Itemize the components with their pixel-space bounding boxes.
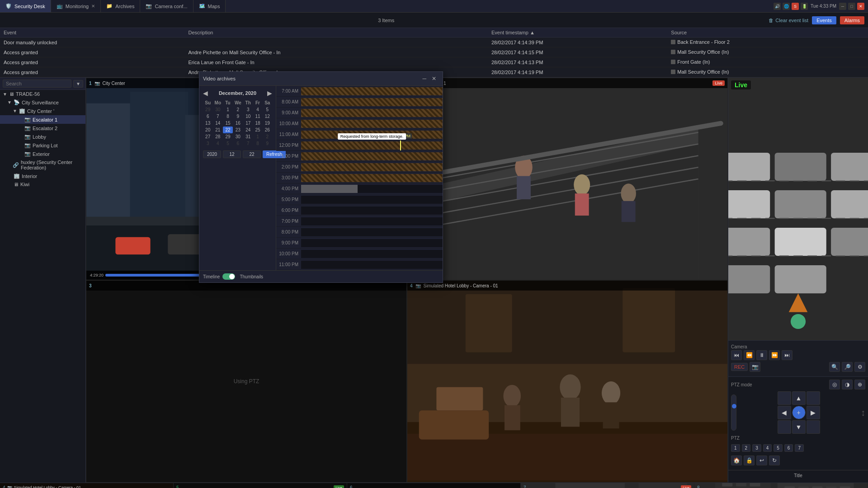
- cal-day-25[interactable]: 25: [253, 127, 262, 133]
- preset-5[interactable]: 5: [774, 444, 783, 452]
- cal-day-5[interactable]: 5: [223, 140, 232, 147]
- footage-bar-15[interactable]: [301, 250, 443, 258]
- cal-day-22[interactable]: 22: [223, 127, 232, 133]
- snapshot-button[interactable]: 📷: [750, 362, 760, 372]
- time-row-9[interactable]: 4:00 PM: [276, 183, 443, 194]
- video-cell-3[interactable]: 3 Using PTZ: [86, 280, 407, 483]
- cal-day-6[interactable]: 6: [203, 113, 212, 120]
- cal-day-6[interactable]: 6: [233, 140, 243, 147]
- ptz-focus-button[interactable]: ◎: [829, 380, 840, 389]
- time-row-13[interactable]: 8:00 PM: [276, 227, 443, 238]
- skip-back-button[interactable]: ⏮: [731, 350, 742, 360]
- cal-day-2[interactable]: 2: [233, 106, 243, 113]
- minimize-icon[interactable]: ─: [839, 3, 846, 10]
- footage-bar-13[interactable]: [301, 228, 443, 236]
- cal-day-29[interactable]: 29: [223, 133, 232, 140]
- cal-day-17[interactable]: 17: [243, 120, 253, 127]
- time-row-0[interactable]: 7:00 AM: [276, 86, 443, 97]
- footage-bar-6[interactable]: [301, 152, 443, 160]
- sidebar-item-escalator1[interactable]: 📷 Escalator 1: [0, 115, 85, 124]
- cal-day-19[interactable]: 19: [263, 120, 272, 127]
- ptz-iris-button[interactable]: ◑: [842, 380, 853, 389]
- tab-archives[interactable]: 📁 Archives: [101, 0, 140, 12]
- cal-day-20[interactable]: 20: [203, 127, 212, 133]
- sidebar-item-escalator2[interactable]: 📷 Escalator 2: [0, 124, 85, 132]
- footage-bar-1[interactable]: [301, 98, 443, 106]
- cal-day-7[interactable]: 7: [243, 140, 253, 147]
- time-row-14[interactable]: 9:00 PM: [276, 238, 443, 249]
- settings-button[interactable]: ⚙: [854, 362, 865, 372]
- footage-bar-14[interactable]: [301, 239, 443, 247]
- preset-6[interactable]: 6: [784, 444, 793, 452]
- ptz-bottomleft[interactable]: [778, 420, 791, 434]
- tab-camera-config[interactable]: 📷 Camera conf...: [140, 0, 193, 12]
- cal-day-8[interactable]: 8: [253, 140, 262, 147]
- sidebar-item-huxley[interactable]: 🔗 huxley (Security Center Federation): [0, 158, 85, 172]
- ptz-right[interactable]: ▶: [807, 406, 820, 419]
- ptz-home-button[interactable]: 🏠: [731, 455, 742, 465]
- sidebar-item-city-center[interactable]: ▼ 🏢 City Center ': [0, 107, 85, 115]
- ptz-left[interactable]: ◀: [778, 406, 791, 419]
- cal-day-31[interactable]: 31: [243, 133, 253, 140]
- pause-button[interactable]: ⏸: [756, 350, 767, 360]
- time-row-15[interactable]: 10:00 PM: [276, 249, 443, 259]
- cal-day-14[interactable]: 14: [212, 120, 223, 127]
- events-button[interactable]: Events: [812, 16, 836, 24]
- cal-day-23[interactable]: 23: [233, 127, 243, 133]
- cal-day-16[interactable]: 16: [233, 120, 243, 127]
- footage-bar-9[interactable]: [301, 185, 443, 193]
- cal-day-15[interactable]: 15: [223, 120, 232, 127]
- time-row-1[interactable]: 8:00 AM: [276, 97, 443, 108]
- clear-event-list-button[interactable]: 🗑 Clear event list: [769, 18, 808, 23]
- footage-bar-8[interactable]: [301, 174, 443, 182]
- close-icon[interactable]: ✕: [91, 4, 95, 9]
- filter-button[interactable]: ▼: [73, 80, 83, 88]
- zoom-in-button[interactable]: 🔍: [829, 362, 840, 372]
- event-row[interactable]: Access granted Erica Larue on Front Gate…: [0, 57, 868, 67]
- footage-bar-11[interactable]: [301, 206, 443, 215]
- time-row-8[interactable]: 3:00 PM: [276, 173, 443, 183]
- tab-monitoring[interactable]: 📺 Monitoring ✕: [51, 0, 101, 12]
- cal-day-9[interactable]: 9: [263, 140, 272, 147]
- time-row-11[interactable]: 6:00 PM: [276, 205, 443, 216]
- time-row-5[interactable]: 12:00 PMRequested from long-term storage…: [276, 140, 443, 151]
- cal-next[interactable]: ▶: [267, 89, 272, 97]
- cal-day-4[interactable]: 4: [212, 140, 223, 147]
- cal-day-29[interactable]: 29: [203, 106, 212, 113]
- time-row-16[interactable]: 11:00 PM: [276, 259, 443, 270]
- cal-day-30[interactable]: 30: [233, 133, 243, 140]
- cal-day-11[interactable]: 11: [253, 113, 262, 120]
- ptz-path-button[interactable]: ↩: [756, 455, 767, 465]
- film-cell-5[interactable]: 8: [694, 483, 868, 488]
- cal-day-10[interactable]: 10: [243, 113, 253, 120]
- cal-day-26[interactable]: 26: [263, 127, 272, 133]
- sidebar-item-city-surveillance[interactable]: ▼ 📡 City Surveillance: [0, 98, 85, 107]
- preset-1[interactable]: 1: [731, 444, 740, 452]
- time-row-7[interactable]: 2:00 PM: [276, 162, 443, 173]
- video-cell-4[interactable]: 4 📷 Simulated Hotel Lobby - Camera - 01: [407, 280, 728, 483]
- film-cell-2[interactable]: 5 Live: [174, 483, 347, 488]
- sidebar-item-exterior[interactable]: 📷 Exterior: [0, 150, 85, 158]
- cal-day-3[interactable]: 3: [203, 140, 212, 147]
- cal-day-7[interactable]: 7: [212, 113, 223, 120]
- rec-button[interactable]: REC: [731, 363, 748, 371]
- ptz-down[interactable]: ▼: [792, 420, 806, 434]
- cal-prev[interactable]: ◀: [203, 89, 208, 97]
- col-timestamp[interactable]: Event timestamp ▲: [488, 28, 667, 38]
- modal-close[interactable]: ✕: [429, 75, 439, 83]
- search-input[interactable]: [3, 80, 71, 88]
- time-row-2[interactable]: 9:00 AM: [276, 108, 443, 118]
- timeline-toggle[interactable]: [222, 273, 235, 280]
- fast-forward-button[interactable]: ⏩: [769, 350, 780, 360]
- film-cell-3[interactable]: 6: [347, 483, 521, 488]
- cal-day-1[interactable]: 1: [253, 133, 262, 140]
- cal-day-3[interactable]: 3: [243, 106, 253, 113]
- preset-4[interactable]: 4: [763, 444, 772, 452]
- cal-day-4[interactable]: 4: [253, 106, 262, 113]
- cal-day-1[interactable]: 1: [223, 106, 232, 113]
- cal-day-30[interactable]: 30: [212, 106, 223, 113]
- alarms-button[interactable]: Alarms: [840, 16, 864, 24]
- footage-bar-0[interactable]: [301, 87, 443, 95]
- event-row[interactable]: Door manually unlocked 28/02/2017 4:14:3…: [0, 38, 868, 47]
- sidebar-item-interior[interactable]: 🏢 Interior: [0, 172, 85, 180]
